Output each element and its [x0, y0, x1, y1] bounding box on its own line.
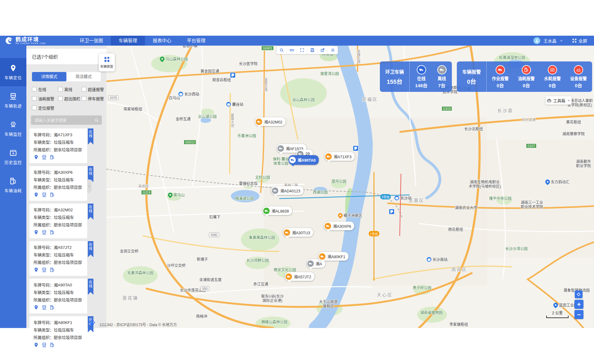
- vehicle-org: 厨余垃圾项目部: [54, 147, 82, 152]
- toolbar-icon-button[interactable]: [317, 46, 328, 54]
- locate-vehicle-icon[interactable]: [34, 155, 39, 160]
- track-vehicle-icon[interactable]: [42, 267, 47, 272]
- vehicle-map-marker[interactable]: 湘A57JT2: [285, 272, 314, 281]
- nav-tab[interactable]: 环卫一张图: [72, 36, 111, 46]
- sidebar-item[interactable]: 车辆油耗: [0, 171, 26, 199]
- locate-vehicle-icon[interactable]: [34, 305, 39, 310]
- checkbox-box[interactable]: [58, 87, 63, 92]
- vehicle-map-marker[interactable]: 湘AD40123: [271, 186, 304, 195]
- zoom-in-button[interactable]: +: [574, 300, 583, 309]
- checkbox-box[interactable]: [32, 87, 37, 92]
- toolbar-icon-button[interactable]: [307, 46, 317, 54]
- filter-checkbox[interactable]: 停车报警: [82, 96, 106, 101]
- search-bar[interactable]: [31, 115, 102, 125]
- vehicle-map-marker[interactable]: 湘A90TA0: [289, 155, 319, 165]
- vehicle-card[interactable]: 车牌号码：湘A90TA0 车辆类型：垃圾压缩车 所属组织：厨余垃圾项目部 在线: [29, 279, 87, 313]
- user-name[interactable]: 王水晶: [543, 38, 556, 44]
- fuel-vehicle-icon[interactable]: [50, 305, 55, 310]
- fuel-vehicle-icon[interactable]: [50, 267, 55, 272]
- toolbox-button[interactable]: 工具箱: [546, 96, 572, 105]
- fuel-vehicle-icon[interactable]: [50, 155, 55, 160]
- map-place-label: 新塘子: [197, 257, 208, 262]
- nav-tab[interactable]: 报表中心: [145, 36, 179, 46]
- locate-vehicle-icon[interactable]: [34, 230, 39, 235]
- status-badge: 在线: [88, 128, 93, 145]
- vehicle-marker-plate: 湘A80KF1: [327, 254, 345, 259]
- sidebar-item[interactable]: 车辆轨迹: [0, 86, 26, 115]
- vehicle-type-button[interactable]: 车辆类型: [99, 53, 115, 71]
- locate-vehicle-icon[interactable]: [34, 192, 39, 197]
- checkbox-box[interactable]: [32, 106, 37, 110]
- filter-checkbox[interactable]: 油耗报警: [32, 96, 58, 101]
- vehicle-card[interactable]: 车牌号码：湘A30XP6 车辆类型：垃圾压缩车 所属组织：厨余垃圾项目部 在线: [29, 166, 87, 201]
- toolbar-icon-button[interactable]: [287, 46, 297, 54]
- fuel-vehicle-icon[interactable]: [50, 342, 55, 348]
- avatar[interactable]: [533, 37, 540, 44]
- vehicle-map-marker[interactable]: 湘A80KF1: [318, 252, 349, 261]
- sidebar-item-label: 历史监控: [4, 159, 22, 165]
- toolbar-icon-button[interactable]: [328, 46, 338, 54]
- vehicle-map-marker[interactable]: 湘A30XP6: [324, 222, 354, 230]
- vehicle-card[interactable]: 车牌号码：湘A32M02 车辆类型：垃圾压缩车 所属组织：厨余垃圾项目部 在线: [29, 204, 87, 238]
- mode-tab[interactable]: 详情模式: [32, 72, 66, 81]
- zoom-out-button[interactable]: −: [574, 310, 583, 319]
- checkbox-box[interactable]: [58, 96, 63, 101]
- app-subtitle: HE CHENG HUAN JING: [16, 42, 46, 45]
- map-place-label: 橘子洲景区: [338, 213, 362, 218]
- org-field-label: 所属组织：: [34, 185, 54, 190]
- filter-checkbox[interactable]: 定位报警: [32, 105, 58, 111]
- track-vehicle-icon[interactable]: [42, 342, 47, 348]
- map-place-label: 谷山森林公园: [292, 98, 315, 102]
- main-nav: 环卫一张图车辆管理报表中心平台管理: [72, 36, 213, 46]
- search-input[interactable]: [34, 118, 94, 123]
- toolbar-icon-button[interactable]: [277, 46, 287, 54]
- vehicle-map-marker[interactable]: 湘AL8839: [263, 206, 292, 215]
- org-field-label: 所属组织：: [34, 260, 54, 265]
- filter-checkbox[interactable]: 超出围栏: [58, 96, 82, 101]
- nav-tab[interactable]: 平台管理: [179, 36, 213, 46]
- fuel-vehicle-icon[interactable]: [50, 230, 55, 235]
- map-place-label: 晚安文化公园: [274, 268, 296, 272]
- vehicle-map-marker[interactable]: 湘A30TU3: [283, 228, 313, 237]
- sidebar-item[interactable]: 历史监控: [0, 143, 26, 171]
- filter-checkbox[interactable]: 离线: [58, 86, 82, 92]
- track-vehicle-icon[interactable]: [42, 230, 47, 235]
- parking-icon: P: [353, 146, 358, 151]
- vehicle-card[interactable]: 车牌号码：湘A71XF3 车辆类型：垃圾压缩车 所属组织：厨余垃圾项目部 在线: [29, 128, 87, 163]
- locate-button[interactable]: [575, 290, 583, 298]
- status-filters: 在线 离线 超速报警 油耗报警 超出围栏 停车报警 定位报警: [32, 86, 106, 111]
- map-place-label: 沙坪立交桥: [167, 263, 186, 268]
- vehicle-card[interactable]: 车牌号码：湘A57JT2 车辆类型：垃圾压缩车 所属组织：厨余垃圾项目部 在线: [29, 241, 87, 276]
- toolbar-icon-button[interactable]: [297, 46, 307, 54]
- vehicle-map-marker[interactable]: 湘A32M02: [255, 117, 286, 126]
- sidebar-item[interactable]: 车辆定位: [0, 58, 26, 86]
- panel-collapse-handle[interactable]: ‹: [87, 179, 92, 193]
- locate-vehicle-icon[interactable]: [34, 342, 39, 348]
- road-badge: G107: [526, 144, 537, 148]
- fuel-vehicle-icon[interactable]: [50, 192, 55, 197]
- checkbox-box[interactable]: [82, 87, 86, 92]
- vehicle-map-marker[interactable]: 湘A71XF3: [325, 152, 355, 161]
- track-vehicle-icon[interactable]: [42, 192, 47, 197]
- mode-tab[interactable]: 简洁模式: [66, 72, 101, 81]
- chevron-down-icon[interactable]: [560, 39, 563, 43]
- track-vehicle-icon[interactable]: [42, 155, 47, 160]
- checkbox-box[interactable]: [82, 96, 86, 101]
- blue-pin-icon: [544, 178, 551, 185]
- fullscreen-button[interactable]: 全屏: [572, 38, 587, 44]
- nav-tab[interactable]: 车辆管理: [111, 36, 145, 46]
- filter-checkbox[interactable]: 超速报警: [82, 86, 106, 92]
- vehicle-card[interactable]: 车牌号码：湘A80KF1 车辆类型：垃圾压缩车 所属组织：厨余垃圾项目部 在线: [29, 316, 87, 351]
- org-selector[interactable]: 已选7个组织 ▶: [26, 49, 106, 64]
- locate-vehicle-icon[interactable]: [34, 267, 39, 272]
- sidebar-item[interactable]: 车辆监控: [0, 115, 26, 143]
- map-place-label: 乌山森林公园: [160, 57, 188, 61]
- track-vehicle-icon[interactable]: [42, 305, 47, 310]
- checkbox-box[interactable]: [32, 96, 37, 101]
- map-place-label: 湖南都市职业学院: [576, 160, 591, 168]
- status-badge: 在线: [88, 279, 93, 295]
- filter-checkbox[interactable]: 在线: [32, 86, 58, 92]
- search-icon[interactable]: [94, 118, 99, 123]
- nav-tab-label: 报表中心: [153, 38, 171, 43]
- online-label: 在线: [417, 75, 425, 81]
